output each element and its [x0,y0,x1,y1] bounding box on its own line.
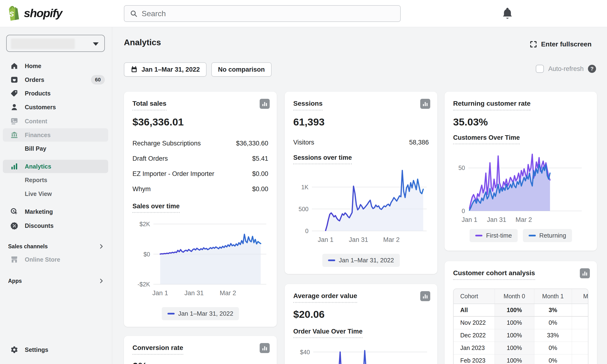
sidebar-item-reports[interactable]: Reports [3,173,108,187]
metric-row: Recharge Subscriptions$36,330.60 [133,139,268,148]
auto-refresh-label: Auto-refresh [548,65,584,73]
metric-label: Draft Orders [133,154,168,163]
total-sales-title: Total sales [133,100,166,110]
sidebar-item-label: Reports [25,177,47,183]
svg-text:Jan 31: Jan 31 [349,236,368,243]
svg-text:Jan 1: Jan 1 [152,289,168,297]
metric-row: Whym$0.00 [133,184,268,194]
sidebar-item-apps[interactable]: Apps [3,274,108,287]
metric-label: Visitors [293,138,314,147]
customer-cohort-analysis-card: Customer cohort analysis CohortMonth 0Mo… [445,261,597,364]
sidebar: HomeOrders60ProductsCustomersContentFina… [0,27,112,364]
sessions-legend-chip[interactable]: Jan 1–Mar 31, 2022 [322,254,400,267]
sidebar-item-finances[interactable]: Finances [3,128,108,142]
sidebar-item-onlinestore[interactable]: Online Store [3,253,108,266]
products-icon [10,89,19,98]
sidebar-item-liveview[interactable]: Live View [3,187,108,200]
cohort-value-cell [572,304,588,316]
sidebar-item-label: Analytics [25,163,51,170]
cohort-value-cell [572,329,588,342]
conversion-value: 0% [133,360,268,364]
marketing-icon [10,207,19,216]
cohort-value-cell: 100% [495,354,534,364]
shopify-logo: S shopify [7,5,62,21]
cohort-value-cell [572,354,588,364]
metric-value: $0.00 [252,169,268,178]
notifications-bell-icon[interactable] [502,7,513,20]
cohort-value-cell: 33% [534,329,572,342]
bar-chart-icon [260,343,270,353]
cohort-table: CohortMonth 0Month 1MonAll100%3%Nov 2022… [453,288,588,364]
metric-label: Recharge Subscriptions [133,139,201,148]
table-row: Feb 2023100%0% [454,354,588,364]
cohort-value-cell: 100% [495,329,534,342]
cohort-name-cell: Nov 2022 [454,316,495,329]
cohort-column-header: Cohort [454,289,495,304]
chevron-right-icon [98,243,104,249]
sessions-over-time-chart: 1K5000Jan 1Jan 31Mar 2 [293,167,429,252]
sidebar-item-label: Content [25,118,47,125]
search-input[interactable] [142,9,394,18]
returning-rate-title: Returning customer rate [453,100,530,110]
svg-text:Jan 31: Jan 31 [184,289,204,297]
customers-over-time-title: Customers Over Time [453,134,520,144]
sidebar-item-content[interactable]: Content [3,115,108,128]
sales-legend-chip[interactable]: Jan 1–Mar 31, 2022 [162,307,239,320]
first-time-legend-chip[interactable]: First-time [470,229,517,242]
sidebar-item-customers[interactable]: Customers [3,101,108,114]
order-value-over-time-title: Order Value Over Time [293,328,363,338]
sidebar-item-saleschannels[interactable]: Sales channels [3,240,108,253]
sidebar-item-products[interactable]: Products [3,87,108,100]
sidebar-item-settings[interactable]: Settings [3,343,108,356]
help-icon[interactable]: ? [588,65,596,73]
metric-label: EZ Importer - Order Importer [133,169,215,178]
returning-rate-value: 35.03% [453,116,588,128]
content-icon [10,117,19,125]
shopify-admin: S shopify HomeOrders60ProductsCustomersC… [0,0,607,364]
sidebar-item-discounts[interactable]: Discounts [3,219,108,232]
sidebar-item-label: Online Store [25,256,60,263]
date-range-button[interactable]: Jan 1–Mar 31, 2022 [124,62,206,77]
shopify-wordmark: shopify [24,6,62,20]
metric-value: $5.41 [252,154,268,163]
returning-legend-chip[interactable]: Returning [523,229,572,242]
sessions-title: Sessions [293,100,323,110]
main-content: Analytics Enter fullscreen Jan 1–Mar 31,… [112,27,607,364]
metric-label: Whym [133,184,151,194]
cohort-column-header: Month 1 [534,289,572,304]
settings-icon [10,345,19,354]
cohort-value-cell: 0% [534,354,572,364]
sessions-breakdown: Visitors58,386 [293,138,429,147]
svg-text:$2K: $2K [140,221,150,227]
svg-text:$0: $0 [143,251,150,258]
sales-over-time-chart: $2K$0-$2KJan 1Jan 31Mar 2 [133,216,268,305]
svg-text:Jan 31: Jan 31 [487,216,506,223]
cohort-name-cell: All [454,304,495,316]
svg-text:0: 0 [305,228,309,234]
sidebar-item-home[interactable]: Home [3,59,108,73]
store-selector[interactable] [6,35,105,52]
legend-dash-icon [328,260,335,261]
returning-customer-rate-card: Returning customer rate 35.03% Customers… [445,92,597,251]
sidebar-item-billpay[interactable]: Bill Pay [3,142,108,155]
sidebar-item-label: Products [25,90,51,97]
first-time-legend-label: First-time [486,232,512,239]
aov-value: $20.06 [293,309,429,320]
enter-fullscreen-button[interactable]: Enter fullscreen [530,40,592,48]
sidebar-item-marketing[interactable]: Marketing [3,205,108,218]
table-row: All100%3% [454,304,588,316]
sidebar-item-label: Discounts [25,222,54,229]
global-search[interactable] [124,5,401,22]
cohort-value-cell [572,342,588,354]
sessions-value: 61,393 [293,116,429,128]
calendar-icon [131,66,138,73]
auto-refresh-checkbox[interactable] [536,65,544,73]
svg-text:$40: $40 [300,349,310,355]
sidebar-item-orders[interactable]: Orders60 [3,73,108,86]
sidebar-item-label: Marketing [25,208,53,215]
comparison-button[interactable]: No comparison [211,62,271,77]
metric-row: EZ Importer - Order Importer$0.00 [133,169,268,178]
svg-text:Mar 2: Mar 2 [383,236,400,243]
sidebar-item-analytics[interactable]: Analytics [3,160,108,173]
svg-text:Jan 1: Jan 1 [462,216,477,223]
